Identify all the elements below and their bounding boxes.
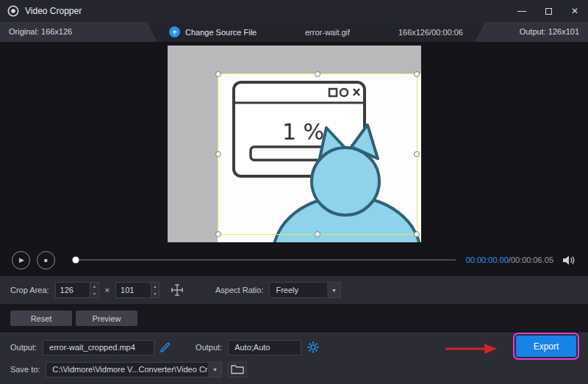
preview-button[interactable]: Preview xyxy=(76,311,137,326)
rename-button[interactable] xyxy=(160,342,171,352)
close-icon: ✕ xyxy=(571,6,578,16)
pencil-icon xyxy=(160,342,171,352)
change-source-label: Change Source File xyxy=(185,28,257,37)
window-controls: — ✕ xyxy=(509,0,588,22)
export-button[interactable]: Export xyxy=(516,336,576,357)
height-decrement-button[interactable]: ▼ xyxy=(151,290,159,297)
browse-folder-button[interactable] xyxy=(228,362,247,377)
plus-icon: + xyxy=(169,26,180,37)
output-filename-box[interactable]: error-wait_cropped.mp4 xyxy=(43,340,154,355)
save-to-label: Save to: xyxy=(10,365,40,374)
timeline-thumb[interactable] xyxy=(73,257,79,264)
output-format-label: Output: xyxy=(196,343,222,352)
close-button[interactable]: ✕ xyxy=(562,0,588,22)
crop-handle[interactable] xyxy=(414,71,420,77)
speaker-icon xyxy=(562,255,576,266)
info-bar: Original: 166x126 + Change Source File e… xyxy=(0,22,588,42)
timeline-track[interactable] xyxy=(72,259,456,261)
output-format-value: Auto;Auto xyxy=(234,343,270,352)
height-increment-button[interactable]: ▲ xyxy=(151,283,159,290)
dropdown-arrow-icon: ▼ xyxy=(327,283,340,297)
window-title: Video Cropper xyxy=(25,6,82,16)
minimize-icon: — xyxy=(517,6,526,16)
crop-handle[interactable] xyxy=(215,151,221,157)
crop-width-field[interactable] xyxy=(56,283,90,297)
bottom-panel: Output: error-wait_cropped.mp4 Output: A… xyxy=(0,333,588,384)
total-duration: /00:00:06.05 xyxy=(509,256,553,264)
output-format-box[interactable]: Auto;Auto xyxy=(228,340,301,355)
crop-handle[interactable] xyxy=(414,231,420,237)
gear-icon xyxy=(307,341,319,353)
output-filename: error-wait_cropped.mp4 xyxy=(49,343,135,352)
reset-button[interactable]: Reset xyxy=(10,311,72,326)
multiply-label: × xyxy=(105,286,110,294)
crop-width-input[interactable]: ▲ ▼ xyxy=(55,282,99,298)
original-size-label: Original: 166x126 xyxy=(9,22,72,42)
preview-area: 1 % xyxy=(0,42,588,244)
source-info: 166x126/00:00:06 xyxy=(398,28,463,37)
minimize-button[interactable]: — xyxy=(509,0,535,22)
app-logo-icon xyxy=(7,5,19,17)
player-controls: ▶ ■ 00:00:00.00/00:00:06.05 xyxy=(0,244,588,276)
crop-handle[interactable] xyxy=(215,231,221,237)
crop-box[interactable] xyxy=(218,73,417,235)
crop-width-spinner: ▲ ▼ xyxy=(90,283,98,297)
save-path-dropdown-icon: ▼ xyxy=(208,363,221,377)
crop-handle[interactable] xyxy=(414,151,420,157)
output-row: Output: error-wait_cropped.mp4 Output: A… xyxy=(10,338,319,356)
crop-handle[interactable] xyxy=(315,231,320,237)
volume-button[interactable] xyxy=(562,255,576,266)
crosshair-icon xyxy=(170,283,184,297)
aspect-ratio-select[interactable]: Freely ▼ xyxy=(269,282,341,298)
time-display: 00:00:00.00/00:00:06.05 xyxy=(466,256,553,264)
titlebar: Video Cropper — ✕ xyxy=(0,0,588,22)
crop-height-input[interactable]: ▲ ▼ xyxy=(115,282,159,298)
source-tab: + Change Source File error-wait.gif 166x… xyxy=(147,22,485,42)
stop-icon: ■ xyxy=(44,257,48,264)
output-label: Output: xyxy=(10,343,37,352)
crop-handle[interactable] xyxy=(315,71,320,77)
change-source-file-button[interactable]: + Change Source File xyxy=(169,26,257,37)
play-button[interactable]: ▶ xyxy=(12,251,30,269)
timeline-slider[interactable] xyxy=(72,253,456,267)
width-decrement-button[interactable]: ▼ xyxy=(90,290,98,297)
aspect-ratio-value: Freely xyxy=(270,286,327,294)
stop-button[interactable]: ■ xyxy=(37,251,55,269)
maximize-button[interactable] xyxy=(535,0,562,22)
crop-handle[interactable] xyxy=(215,71,221,77)
crop-controls-strip: Crop Area: ▲ ▼ × ▲ ▼ xyxy=(0,276,588,304)
source-filename: error-wait.gif xyxy=(305,28,350,37)
crop-center-button[interactable] xyxy=(170,283,184,297)
save-path-value: C:\Vidmore\Vidmore V...Converter\Video C… xyxy=(46,365,208,374)
play-icon: ▶ xyxy=(19,256,24,264)
folder-icon xyxy=(231,364,244,374)
crop-area-label: Crop Area: xyxy=(10,286,49,294)
save-path-select[interactable]: C:\Vidmore\Vidmore V...Converter\Video C… xyxy=(46,362,222,377)
save-to-row: Save to: C:\Vidmore\Vidmore V...Converte… xyxy=(10,361,247,377)
output-settings-button[interactable] xyxy=(307,341,319,353)
width-increment-button[interactable]: ▲ xyxy=(90,283,98,290)
action-row: Reset Preview xyxy=(0,304,588,333)
current-time: 00:00:00.00 xyxy=(466,256,509,264)
video-frame: 1 % xyxy=(168,46,421,242)
output-size-label: Output: 126x101 xyxy=(520,22,579,42)
video-cropper-window: Video Cropper — ✕ Original: 166x126 + Ch… xyxy=(0,0,588,384)
annotation-arrow xyxy=(445,343,498,355)
aspect-ratio-label: Aspect Ratio: xyxy=(215,286,263,294)
maximize-icon xyxy=(545,8,552,15)
crop-height-field[interactable] xyxy=(116,283,151,297)
crop-height-spinner: ▲ ▼ xyxy=(151,283,159,297)
